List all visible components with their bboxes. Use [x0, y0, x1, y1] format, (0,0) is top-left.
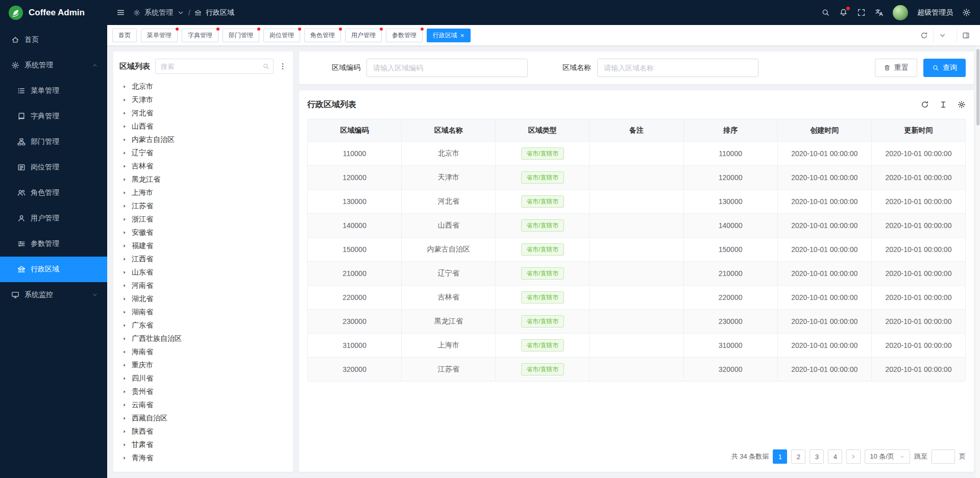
tab-post-management[interactable]: 岗位管理 — [263, 29, 300, 42]
caret-right-icon[interactable] — [122, 310, 127, 315]
refresh-table-icon[interactable] — [921, 100, 929, 109]
sidebar-item-dept-management[interactable]: 部门管理 — [0, 129, 107, 155]
caret-right-icon[interactable] — [122, 402, 127, 408]
sidebar-collapse-icon[interactable] — [116, 8, 125, 17]
tab-user-management[interactable]: 用户管理 — [345, 29, 382, 42]
page-button-3[interactable]: 3 — [810, 449, 824, 464]
caret-right-icon[interactable] — [122, 164, 127, 169]
tree-item[interactable]: 江苏省 — [113, 199, 293, 213]
tree-item[interactable]: 四川省 — [113, 372, 293, 385]
caret-right-icon[interactable] — [122, 456, 127, 461]
tab-dept-management[interactable]: 部门管理 — [223, 29, 259, 42]
tree-item[interactable]: 湖南省 — [113, 306, 293, 319]
jump-page-input[interactable] — [932, 449, 955, 464]
tree-item[interactable]: 内蒙古自治区 — [113, 133, 293, 146]
page-scrollbar[interactable] — [976, 46, 980, 478]
sidebar-item-menu-management[interactable]: 菜单管理 — [0, 78, 107, 104]
tree-item[interactable]: 重庆市 — [113, 359, 293, 372]
avatar[interactable] — [893, 5, 908, 20]
caret-right-icon[interactable] — [122, 376, 127, 381]
notification-bell-icon[interactable] — [839, 8, 848, 17]
layout-toggle-icon[interactable] — [957, 29, 975, 42]
tree-item[interactable]: 上海市 — [113, 186, 293, 199]
page-button-1[interactable]: 1 — [773, 449, 787, 464]
table-row[interactable]: 320000江苏省省市/直辖市3200002020-10-01 00:00:00… — [308, 358, 966, 382]
refresh-page-icon[interactable] — [915, 29, 933, 42]
tree-item[interactable]: 广西壮族自治区 — [113, 332, 293, 345]
sidebar-item-role-management[interactable]: 角色管理 — [0, 180, 107, 206]
caret-right-icon[interactable] — [122, 349, 127, 355]
caret-right-icon[interactable] — [122, 111, 127, 116]
tree-item[interactable]: 陕西省 — [113, 425, 293, 438]
reset-button[interactable]: 重置 — [875, 59, 917, 77]
tree-item[interactable]: 黑龙江省 — [113, 173, 293, 186]
tree-item[interactable]: 青海省 — [113, 451, 293, 465]
tree-item[interactable]: 辽宁省 — [113, 146, 293, 160]
caret-right-icon[interactable] — [122, 97, 127, 103]
caret-right-icon[interactable] — [122, 270, 127, 275]
caret-right-icon[interactable] — [122, 283, 127, 288]
tab-param-management[interactable]: 参数管理 — [386, 29, 423, 42]
caret-right-icon[interactable] — [122, 429, 127, 434]
caret-right-icon[interactable] — [122, 230, 127, 235]
sidebar-item-dict-management[interactable]: 字典管理 — [0, 104, 107, 129]
tree-more-icon[interactable] — [279, 62, 287, 70]
settings-gear-icon[interactable] — [962, 8, 971, 17]
region-name-input[interactable] — [597, 59, 758, 77]
tree-item[interactable]: 广东省 — [113, 319, 293, 332]
scrollbar-thumb[interactable] — [976, 49, 979, 125]
breadcrumb-section[interactable]: 系统管理 — [144, 8, 173, 17]
caret-right-icon[interactable] — [122, 204, 127, 209]
table-row[interactable]: 150000内蒙古自治区省市/直辖市1500002020-10-01 00:00… — [308, 238, 966, 262]
table-row[interactable]: 230000黑龙江省省市/直辖市2300002020-10-01 00:00:0… — [308, 310, 966, 334]
translate-icon[interactable] — [875, 8, 884, 17]
sidebar-item-home[interactable]: 首页 — [0, 27, 107, 53]
sidebar-item-post-management[interactable]: 岗位管理 — [0, 155, 107, 180]
caret-right-icon[interactable] — [122, 190, 127, 195]
tree-item[interactable]: 山西省 — [113, 120, 293, 133]
row-height-icon[interactable] — [939, 100, 947, 109]
tab-close-icon[interactable]: × — [460, 32, 464, 39]
tree-item[interactable]: 河南省 — [113, 279, 293, 292]
tree-item[interactable]: 河北省 — [113, 107, 293, 120]
fullscreen-icon[interactable] — [857, 8, 866, 17]
caret-right-icon[interactable] — [122, 296, 127, 301]
tree-item[interactable]: 浙江省 — [113, 213, 293, 226]
caret-right-icon[interactable] — [122, 363, 127, 368]
table-row[interactable]: 310000上海市省市/直辖市3100002020-10-01 00:00:00… — [308, 334, 966, 358]
tab-menu-management[interactable]: 菜单管理 — [141, 29, 178, 42]
region-code-input[interactable] — [366, 59, 528, 77]
page-size-select[interactable]: 10 条/页 — [865, 449, 910, 464]
tree-item[interactable]: 海南省 — [113, 345, 293, 359]
table-row[interactable]: 140000山西省省市/直辖市1400002020-10-01 00:00:00… — [308, 214, 966, 238]
username[interactable]: 超级管理员 — [917, 8, 953, 17]
tab-dict-management[interactable]: 字典管理 — [182, 29, 218, 42]
tree-item[interactable]: 天津市 — [113, 93, 293, 107]
tree-item[interactable]: 山东省 — [113, 266, 293, 279]
next-page-button[interactable] — [846, 449, 861, 464]
caret-right-icon[interactable] — [122, 389, 127, 394]
caret-right-icon[interactable] — [122, 177, 127, 182]
tree-search-input[interactable] — [155, 59, 274, 74]
caret-right-icon[interactable] — [122, 124, 127, 129]
tree-item[interactable]: 贵州省 — [113, 385, 293, 398]
tab-options-chevron-icon[interactable] — [933, 29, 951, 42]
page-button-4[interactable]: 4 — [828, 449, 842, 464]
sidebar-item-admin-region[interactable]: 行政区域 — [0, 257, 107, 282]
table-row[interactable]: 130000河北省省市/直辖市1300002020-10-01 00:00:00… — [308, 190, 966, 214]
caret-right-icon[interactable] — [122, 150, 127, 156]
tree-item[interactable]: 北京市 — [113, 80, 293, 93]
tree-item[interactable]: 云南省 — [113, 398, 293, 412]
tab-admin-region[interactable]: 行政区域× — [427, 29, 471, 42]
caret-right-icon[interactable] — [122, 217, 127, 222]
tree-item[interactable]: 吉林省 — [113, 160, 293, 173]
table-row[interactable]: 210000辽宁省省市/直辖市2100002020-10-01 00:00:00… — [308, 262, 966, 286]
table-row[interactable]: 220000吉林省省市/直辖市2200002020-10-01 00:00:00… — [308, 286, 966, 310]
tree-item[interactable]: 江西省 — [113, 253, 293, 266]
tree-item[interactable]: 甘肃省 — [113, 438, 293, 451]
caret-right-icon[interactable] — [122, 137, 127, 142]
caret-right-icon[interactable] — [122, 257, 127, 262]
sidebar-item-param-management[interactable]: 参数管理 — [0, 231, 107, 257]
app-logo[interactable]: Coffee Admin — [0, 0, 107, 25]
caret-right-icon[interactable] — [122, 84, 127, 89]
